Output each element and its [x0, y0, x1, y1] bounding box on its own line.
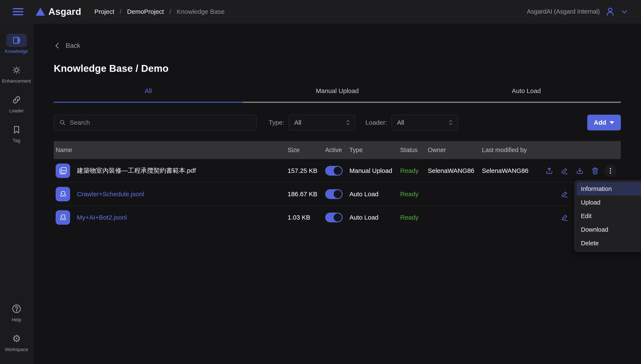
- filter-row: Type: All Loader: All Add: [54, 115, 621, 130]
- table-row: PDF 建築物室內裝修—工程承攬契約書範本.pdf 157.25 KB Manu…: [54, 159, 621, 182]
- sidebar-item-loader[interactable]: Loader: [0, 93, 33, 114]
- column-header-active: Active: [325, 146, 350, 154]
- breadcrumb-separator: /: [120, 8, 122, 15]
- column-header-last-modified: Last modified by: [482, 146, 542, 154]
- account-label: AsgardAI (Asgard Internal): [527, 8, 600, 15]
- gear-icon: ⚙: [12, 334, 21, 344]
- status-badge: Ready: [400, 214, 428, 221]
- chevron-left-icon: [54, 42, 61, 49]
- top-header: Asgard Project / DemoProject / Knowledge…: [0, 0, 641, 23]
- status-badge: Ready: [400, 190, 428, 198]
- active-toggle[interactable]: [325, 212, 342, 222]
- more-icon[interactable]: [603, 163, 618, 178]
- type-select[interactable]: All: [289, 115, 355, 130]
- add-button-label: Add: [594, 119, 606, 126]
- type-select-value: All: [294, 119, 301, 126]
- page-title: Knowledge Base / Demo: [54, 63, 621, 74]
- tab-manual-upload[interactable]: Manual Upload: [243, 87, 432, 102]
- pdf-file-icon: PDF: [56, 164, 70, 178]
- menu-item-information[interactable]: Information: [577, 182, 641, 196]
- tab-underline: [54, 102, 621, 103]
- sidebar-item-label: Loader: [9, 108, 24, 114]
- tab-bar: All Manual Upload Auto Load: [54, 87, 621, 102]
- file-name-link[interactable]: Crawler+Schedule.jsonl: [77, 190, 144, 198]
- table-header: Name Size Active Type Status Owner Last …: [54, 141, 621, 159]
- column-header-status: Status: [400, 146, 428, 154]
- edit-icon[interactable]: [557, 186, 572, 202]
- help-icon: [12, 304, 22, 314]
- sun-icon: [12, 65, 22, 75]
- column-header-name: Name: [56, 146, 288, 154]
- column-header-owner: Owner: [428, 146, 482, 154]
- breadcrumb-project[interactable]: Project: [94, 8, 114, 15]
- status-badge: Ready: [400, 167, 428, 174]
- app-logo[interactable]: Asgard: [36, 6, 81, 17]
- active-toggle[interactable]: [325, 189, 342, 199]
- loader-filter-label: Loader:: [365, 119, 387, 126]
- account-menu[interactable]: AsgardAI (Asgard Internal): [527, 7, 628, 16]
- book-icon: [12, 36, 22, 45]
- edit-icon[interactable]: [557, 163, 572, 178]
- breadcrumb-current: Knowledge Base: [177, 8, 224, 15]
- last-modified-by: SelenaWANG86: [482, 167, 542, 174]
- table-row: My+AI+Bot2.jsonl 1.03 KB Auto Load Ready: [54, 206, 621, 229]
- main-content: Back Knowledge Base / Demo All Manual Up…: [33, 24, 641, 364]
- table-row: Crawler+Schedule.jsonl 186.67 KB Auto Lo…: [54, 182, 621, 206]
- logo-text: Asgard: [48, 6, 81, 17]
- sidebar-item-label: Help: [12, 317, 21, 322]
- svg-text:PDF: PDF: [62, 169, 66, 172]
- column-header-size: Size: [288, 146, 325, 154]
- type-filter-label: Type:: [269, 119, 284, 126]
- jsonl-file-icon: [56, 187, 70, 201]
- row-actions: [542, 163, 621, 178]
- menu-item-edit[interactable]: Edit: [577, 209, 641, 223]
- sidebar-item-enhancement[interactable]: Enhancement: [0, 64, 33, 84]
- active-toggle[interactable]: [325, 166, 342, 176]
- file-size: 186.67 KB: [288, 190, 325, 198]
- loader-select-value: All: [397, 119, 404, 126]
- sidebar-item-label: Knowledge: [5, 49, 28, 54]
- sidebar-item-label: Enhancement: [2, 78, 31, 84]
- delete-icon[interactable]: [588, 163, 603, 178]
- file-name-link[interactable]: My+AI+Bot2.jsonl: [77, 214, 127, 221]
- breadcrumb-separator: /: [170, 8, 171, 15]
- breadcrumb-demoproject[interactable]: DemoProject: [127, 8, 164, 15]
- tab-all[interactable]: All: [54, 87, 243, 102]
- search-icon: [59, 119, 66, 126]
- download-icon[interactable]: [572, 163, 588, 178]
- bookmark-icon: [12, 125, 21, 134]
- tab-auto-load[interactable]: Auto Load: [432, 87, 621, 102]
- menu-item-delete[interactable]: Delete: [577, 236, 641, 250]
- search-input[interactable]: [70, 119, 251, 126]
- sidebar-item-workspace[interactable]: ⚙ Workspace: [0, 332, 33, 352]
- updown-icon: [448, 119, 454, 126]
- loader-select[interactable]: All: [392, 115, 458, 130]
- file-name: 建築物室內裝修—工程承攬契約書範本.pdf: [77, 166, 196, 175]
- sidebar-item-knowledge[interactable]: Knowledge: [0, 34, 33, 54]
- upload-icon[interactable]: [542, 163, 557, 178]
- row-context-menu: Information Upload Edit Download Delete: [574, 180, 641, 252]
- file-type: Auto Load: [350, 190, 400, 198]
- back-label: Back: [66, 42, 80, 50]
- back-button[interactable]: Back: [54, 42, 92, 50]
- updown-icon: [345, 119, 351, 126]
- knowledge-table: Name Size Active Type Status Owner Last …: [54, 141, 621, 229]
- column-header-type: Type: [350, 146, 400, 154]
- jsonl-file-icon: [56, 210, 70, 225]
- menu-item-download[interactable]: Download: [577, 223, 641, 236]
- owner: SelenaWANG86: [428, 167, 482, 174]
- edit-icon[interactable]: [557, 210, 572, 225]
- sidebar-item-help[interactable]: Help: [0, 302, 33, 322]
- link-icon: [12, 95, 22, 105]
- add-button[interactable]: Add: [587, 115, 621, 130]
- user-icon: [605, 7, 615, 16]
- menu-item-upload[interactable]: Upload: [577, 196, 641, 209]
- sidebar-item-tag[interactable]: Tag: [0, 123, 33, 143]
- sidebar: Knowledge Enhancement Loader Tag: [0, 24, 33, 364]
- chevron-down-icon: [620, 8, 628, 16]
- menu-icon[interactable]: [13, 8, 23, 15]
- caret-down-icon: [610, 121, 614, 124]
- search-box: [54, 115, 256, 130]
- breadcrumb: Project / DemoProject / Knowledge Base: [94, 8, 225, 15]
- sidebar-item-label: Tag: [13, 138, 20, 143]
